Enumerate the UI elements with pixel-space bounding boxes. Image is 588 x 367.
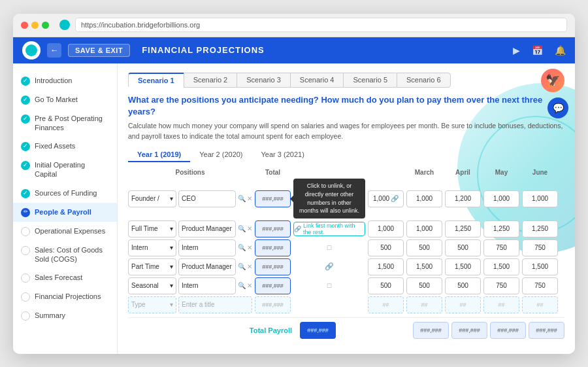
year-tab-3[interactable]: Year 3 (2021) (252, 148, 314, 162)
sidebar-item-sources-funding[interactable]: ✓ Sources of Funding (13, 184, 117, 203)
check-icon: ✓ (21, 77, 30, 86)
search-icon[interactable]: 🔍 (238, 244, 246, 251)
june-cell[interactable]: 1,500 (522, 258, 558, 275)
back-button[interactable]: ← (47, 43, 61, 58)
sidebar-item-cogs[interactable]: Sales: Cost of Goods Sold (COGS) (13, 241, 117, 269)
total-cell: ###,### (255, 239, 291, 256)
may-cell[interactable]: 1,250 (483, 220, 519, 237)
feb-cell-placeholder[interactable]: ## (368, 296, 404, 313)
type-select[interactable]: Founder /▾ (128, 190, 176, 207)
may-cell[interactable]: 750 (483, 239, 519, 256)
scenario-tab-3[interactable]: Scenario 3 (237, 73, 290, 88)
save-exit-button[interactable]: SAVE & EXIT (68, 44, 130, 57)
calendar-icon[interactable]: 📅 (532, 45, 543, 56)
sidebar-item-go-to-market[interactable]: ✓ Go To Market (13, 90, 117, 109)
june-cell[interactable]: 750 (522, 239, 558, 256)
march-cell[interactable]: 1,000 (406, 220, 442, 237)
type-select[interactable]: Seasonal▾ (128, 277, 176, 294)
june-cell-placeholder[interactable]: ## (522, 296, 558, 313)
link-first-month-button[interactable]: 🔗 Link first month with the rest. (293, 222, 365, 236)
type-select[interactable]: Part Time▾ (128, 258, 176, 275)
sidebar-item-introduction[interactable]: ✓ Introduction (13, 71, 117, 90)
search-icon[interactable]: 🔍 (238, 195, 246, 202)
delete-icon[interactable]: ✕ (247, 282, 252, 289)
type-select[interactable]: Full Time▾ (128, 220, 176, 237)
sidebar-label: Introduction (35, 76, 72, 85)
delete-icon[interactable]: ✕ (247, 225, 252, 232)
scenario-tab-5[interactable]: Scenario 5 (343, 73, 397, 88)
maximize-button[interactable] (42, 22, 49, 29)
june-cell[interactable]: 1,250 (522, 220, 558, 237)
sidebar-item-sales-forecast[interactable]: Sales Forecast (13, 268, 117, 287)
title-input[interactable]: Product Manager (178, 220, 236, 237)
type-select[interactable]: Intern▾ (128, 239, 176, 256)
may-cell[interactable]: 1,000 (483, 190, 519, 207)
scenario-tab-4[interactable]: Scenario 4 (290, 73, 344, 88)
sidebar-label: Financial Projections (35, 292, 101, 301)
address-bar[interactable]: https://incubation.bridgeforbillions.org (75, 18, 567, 32)
april-cell[interactable]: 1,250 (445, 220, 481, 237)
scenario-tab-6[interactable]: Scenario 6 (397, 73, 451, 88)
empty-check-icon (21, 292, 30, 302)
year-tab-1[interactable]: Year 1 (2019) (128, 148, 190, 162)
scenario-tab-1[interactable]: Scenario 1 (128, 73, 184, 88)
sidebar-item-operational[interactable]: Operational Expenses (13, 222, 117, 241)
minimize-button[interactable] (31, 22, 39, 29)
sidebar-item-summary[interactable]: Summary (13, 306, 117, 325)
empty-check-icon (21, 227, 30, 236)
header-june: June (522, 169, 558, 176)
april-cell[interactable]: 1,500 (445, 258, 481, 275)
feb-cell[interactable]: 500 (368, 239, 404, 256)
march-cell[interactable]: 500 (406, 239, 442, 256)
may-cell[interactable]: 750 (483, 277, 519, 294)
sidebar-item-people-payroll[interactable]: ✏ People & Payroll (13, 203, 117, 222)
may-cell-placeholder[interactable]: ## (483, 296, 519, 313)
title-input[interactable]: Intern (178, 239, 236, 256)
sidebar-item-pre-post[interactable]: ✓ Pre & Post Operating Finances (13, 109, 117, 137)
year-tab-2[interactable]: Year 2 (2020) (190, 148, 252, 162)
march-cell-placeholder[interactable]: ## (406, 296, 442, 313)
march-cell[interactable]: 500 (406, 277, 442, 294)
march-cell[interactable]: 1,000 (406, 190, 442, 207)
delete-icon[interactable]: ✕ (247, 195, 252, 202)
sidebar-label: Sales: Cost of Goods Sold (COGS) (35, 245, 109, 264)
feb-cell[interactable]: 1,000🔗 (368, 190, 404, 207)
april-cell-placeholder[interactable]: ## (445, 296, 481, 313)
position-cell: Intern▾ Intern 🔍 ✕ (128, 239, 252, 256)
sidebar-item-financial-projections[interactable]: Financial Projections (13, 287, 117, 306)
april-cell[interactable]: 500 (445, 239, 481, 256)
search-icon[interactable]: 🔍 (238, 225, 246, 232)
title-input-placeholder[interactable]: Enter a title (178, 296, 252, 313)
sidebar-item-operating-capital[interactable]: ✓ Initial Operating Capital (13, 156, 117, 184)
search-icon[interactable]: 🔍 (238, 282, 246, 289)
scenario-tab-2[interactable]: Scenario 2 (184, 73, 237, 88)
close-button[interactable] (21, 22, 28, 29)
june-cell[interactable]: 750 (522, 277, 558, 294)
march-cell[interactable]: 1,500 (406, 258, 442, 275)
video-icon[interactable]: ▶ (513, 45, 520, 56)
may-cell[interactable]: 1,500 (483, 258, 519, 275)
june-cell[interactable]: 1,000 (522, 190, 558, 207)
table-row: Part Time▾ Product Manager 🔍 ✕ ###,### 🔗… (128, 258, 564, 275)
april-cell[interactable]: 1,200 (445, 190, 481, 207)
title-input[interactable]: CEO (178, 190, 236, 207)
question-subtext: Calculate how much money your company wi… (128, 121, 564, 142)
title-input[interactable]: Product Manager (178, 258, 236, 275)
chat-icon[interactable]: 💬 (547, 97, 568, 118)
title-input[interactable]: Intern (178, 277, 236, 294)
notification-icon[interactable]: 🔔 (555, 45, 566, 56)
april-cell[interactable]: 500 (445, 277, 481, 294)
search-icon[interactable]: 🔍 (238, 263, 246, 270)
delete-icon[interactable]: ✕ (247, 244, 252, 251)
chat-button[interactable]: 💬 (547, 97, 568, 118)
type-select-placeholder[interactable]: Type▾ (128, 296, 176, 313)
feb-cell[interactable]: 1,500 (368, 258, 404, 275)
delete-icon[interactable]: ✕ (247, 263, 252, 270)
mascot-icon: 🦅 (541, 69, 564, 92)
link-icon: 🔗 (294, 226, 301, 232)
total-april: ###,### (451, 322, 487, 339)
feb-cell[interactable]: 500 (368, 277, 404, 294)
feb-cell[interactable]: 1,000 (368, 220, 404, 237)
check-icon: ✓ (21, 96, 30, 105)
sidebar-item-fixed-assets[interactable]: ✓ Fixed Assets (13, 137, 117, 156)
